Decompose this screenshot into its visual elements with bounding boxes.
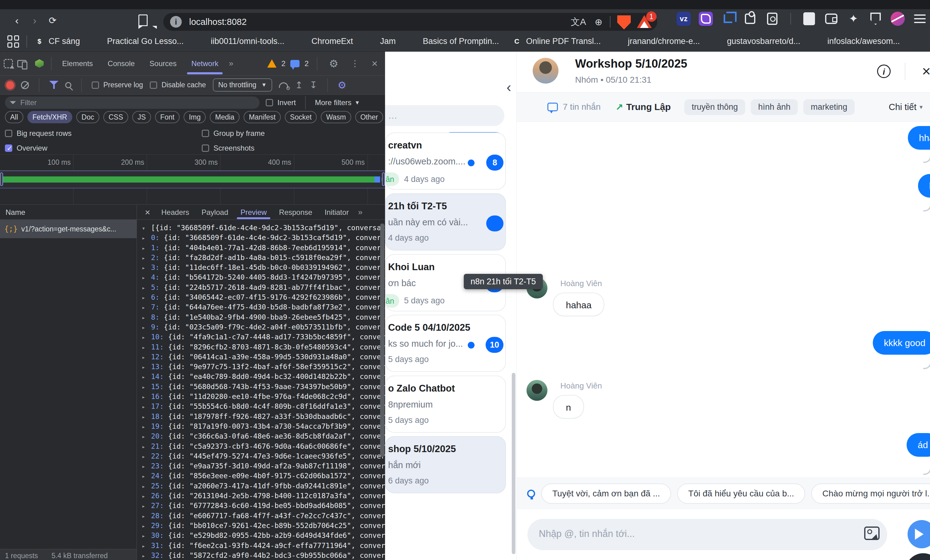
settings-gear-icon[interactable]: ⚙ [329,57,338,70]
detail-tab[interactable]: Headers [155,205,196,220]
type-chip[interactable]: Wasm [321,111,351,123]
search-icon[interactable] [65,82,71,88]
close-devtools-icon[interactable]: × [371,57,378,69]
chat-list-item[interactable]: 21h tối T2-T5 uần này em có vài... 4 day… [385,193,506,250]
json-entry-row[interactable]: ▸0: {id: "3668509f-61de-4c4e-9dc2-3b153c… [142,233,385,242]
attach-image-icon[interactable] [864,526,879,540]
invert-checkbox[interactable]: Invert [266,98,296,107]
json-entry-row[interactable]: ▸17: {id: "55b554c6-b8d0-4c4f-809b-c8f16… [142,401,385,411]
json-entry-row[interactable]: ▸5: {id: "224b5717-2618-4ad9-8281-ab77ff… [142,282,385,292]
url-bar[interactable]: i localhost:8082 文A ⊕ 1 [163,13,657,31]
network-conditions-icon[interactable] [279,82,288,88]
leo-ai-sparkle-icon[interactable]: ✦ [846,12,861,26]
conversation-avatar[interactable] [533,58,559,84]
devtools-tab[interactable]: Console [100,52,142,75]
option-checkbox[interactable]: Screenshots [202,144,380,152]
extensions-puzzle-icon[interactable] [743,12,757,26]
type-chip[interactable]: Fetch/XHR [28,111,72,123]
bookmark-item[interactable]: gustavosbarreto/d... [712,36,801,47]
detail-tab[interactable]: Initiator [318,205,355,220]
clear-icon[interactable] [21,81,29,89]
zoom-in-icon[interactable]: ⊕ [595,17,602,28]
type-chip[interactable]: Img [183,111,206,123]
bookmark-item[interactable]: Practical Go Lesso... [92,36,183,47]
warning-icon[interactable] [267,59,277,68]
translate-icon[interactable]: 文A [571,16,586,28]
option-checkbox[interactable]: Big request rows [5,129,202,138]
json-entry-row[interactable]: ▸19: {id: "817a19f0-0073-43b4-a730-54acc… [142,421,385,431]
json-entry-row[interactable]: ▸13: {id: "9e977c75-13f2-4baf-af6f-58ef3… [142,362,385,371]
menu-icon[interactable] [913,12,927,26]
request-row[interactable]: {;} v1/?action=get-messages&c... [0,220,137,238]
json-entry-row[interactable]: ▸3: {id: "11dec6ff-18e1-45db-b0c0-0b0339… [142,262,385,272]
json-entry-row[interactable]: ▸12: {id: "06414ca1-a39e-458a-99d5-530d9… [142,352,385,362]
filter-input[interactable]: Filter [5,97,260,109]
suggestion-chip[interactable]: Chào mừng mọi người trở l... [811,483,930,504]
devtools-tab[interactable]: Sources [142,52,184,75]
json-entry-row[interactable]: ▸1: {id: "404b4e01-77a1-42d8-86b8-7eeb6d… [142,243,385,253]
disable-cache-checkbox[interactable]: Disable cache [150,81,206,89]
detail-tab[interactable]: Response [273,205,318,220]
throttling-select[interactable]: No throttling▼ [213,78,273,92]
type-chip[interactable]: CSS [103,111,128,123]
bookmark-item[interactable]: infoslack/awesom... [813,36,900,47]
message[interactable]: Hoàng Viên n [553,379,602,419]
json-entry-row[interactable]: ▸16: {id: "11d20280-ee10-4fbe-976a-f4de0… [142,391,385,401]
device-toolbar-icon[interactable] [17,60,26,67]
message[interactable]: hi [918,174,930,198]
extension-gem-icon[interactable] [35,59,44,68]
apps-grid-icon[interactable] [8,35,20,48]
site-info-icon[interactable]: i [170,16,182,28]
send-button[interactable] [908,520,930,548]
type-chip[interactable]: Other [355,111,383,123]
bookmark-item[interactable]: C Online PDF Transl... [511,36,600,47]
message-bubble[interactable]: ád [907,433,930,457]
type-chip[interactable]: Manifest [243,111,281,123]
details-button[interactable]: Chi tiết▾ [889,102,922,112]
chat-list-item[interactable]: o Zalo Chatbot 8npremium 5 days ago [385,376,506,433]
type-chip[interactable]: Doc [76,111,99,123]
bookmark-item[interactable]: $ CF sáng [34,36,80,47]
crop-extension-icon[interactable] [721,12,735,26]
export-har-icon[interactable]: ↧ [310,80,317,91]
forward-icon[interactable]: › [26,14,44,26]
json-entry-row[interactable]: ▸22: {id: "445ef479-5274-47e3-9d6e-1caee… [142,451,385,461]
message-bubble[interactable]: n [553,395,584,419]
json-entry-row[interactable]: ▸24: {id: "856e3eee-e09e-4b0f-9175-c62d0… [142,471,385,481]
suggestion-chip[interactable]: Tôi đã hiểu yêu cầu của b... [677,483,805,504]
brave-rewards-icon[interactable]: 1 [637,15,652,29]
sidebar-icon[interactable] [802,12,816,26]
message-bubble[interactable]: kkkk good [873,331,930,355]
find-in-page-icon[interactable] [765,12,779,26]
close-detail-icon[interactable]: × [140,207,155,218]
option-checkbox[interactable]: Group by frame [202,129,380,138]
bookmark-item[interactable]: iib0011/omni-tools... [196,36,285,47]
issues-icon[interactable] [290,60,300,67]
chat-list-item[interactable]: Code 5 04/10/2025 ks so much for jo... 1… [385,315,506,372]
back-icon[interactable]: ‹ [8,14,26,26]
kebab-menu-icon[interactable]: ⋮ [351,58,359,69]
json-entry-row[interactable]: ▸28: {id: "e6067717-fa68-4f7f-a43f-c7e2c… [142,511,385,521]
conversation-tag[interactable]: marketing [803,99,855,115]
json-entry-row[interactable]: ▸25: {id: "a2060e73-417a-41df-9fbb-da924… [142,481,385,491]
type-chip[interactable]: Socket [285,111,317,123]
message[interactable]: kkkk good [873,331,930,355]
type-chip[interactable]: Font [155,111,180,123]
json-entry-row[interactable]: ▸15: {id: "5680d568-743b-4f53-9aae-73439… [142,382,385,391]
close-conversation-icon[interactable]: × [922,63,930,80]
preview-scrollbar[interactable] [380,224,385,457]
bookmark-item[interactable]: jranand/chrome-e... [613,36,700,47]
profile-avatar[interactable] [891,12,905,26]
filter-icon[interactable] [49,81,59,89]
message-bubble[interactable]: hahaa [553,293,604,316]
overview-right-handle[interactable] [382,172,385,186]
purple-extension-icon[interactable] [699,12,713,26]
chat-list-scrollbar[interactable] [512,373,516,554]
chat-list-item[interactable]: creatvn ://us06web.zoom.... 8 hân 4 days… [385,132,506,190]
json-entry-row[interactable]: ▸31: {id: "f6ee2ca1-93fb-4424-a9cf-effa7… [142,541,385,551]
json-entry-row[interactable]: ▸21: {id: "c5a92373-cbf3-4676-9d0a-46a6c… [142,441,385,451]
bookmark-item[interactable]: ChromeExt [297,36,353,47]
conversation-tag[interactable]: hình ảnh [751,99,798,115]
more-detail-tabs-icon[interactable]: » [355,207,364,217]
more-filters-button[interactable]: More filters▼ [315,98,360,107]
